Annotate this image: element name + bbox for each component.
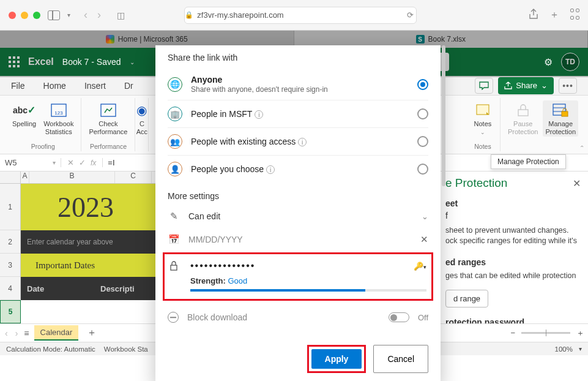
zoom-slider[interactable] [521, 332, 570, 334]
row-header[interactable]: 1 [0, 184, 21, 230]
info-icon[interactable]: i [255, 110, 263, 119]
share-option-choose[interactable]: 👤 People you choosei [155, 156, 441, 183]
chevron-down-icon: ⌄ [541, 81, 548, 90]
ribbon-tab-insert[interactable]: Insert [84, 81, 106, 91]
ribbon-group-label [541, 143, 543, 151]
expiry-date-input[interactable]: 📅 MM/DD/YYYY ✕ [155, 228, 441, 251]
shield-icon[interactable]: ◫ [117, 10, 125, 20]
close-window[interactable] [9, 12, 16, 19]
comments-button[interactable] [475, 78, 493, 94]
apply-button[interactable]: Apply [311, 349, 362, 369]
settings-icon[interactable]: ⚙ [544, 56, 553, 68]
ribbon-tab-file[interactable]: File [11, 81, 25, 91]
radio[interactable] [417, 164, 428, 175]
avatar[interactable]: TD [561, 53, 579, 71]
panel-description: ges that can be edited while protection [445, 271, 581, 281]
collapse-ribbon-icon[interactable]: ⌃ [579, 145, 584, 151]
accept-formula-icon[interactable]: ✓ [79, 158, 86, 167]
calendar-icon: 📅 [168, 234, 180, 245]
radio[interactable] [417, 136, 428, 147]
fx-icon[interactable]: fx [91, 159, 96, 167]
accessibility-button[interactable]: ◉ C Acc [135, 100, 149, 137]
clear-date-icon[interactable]: ✕ [420, 234, 428, 245]
info-icon[interactable]: i [266, 165, 275, 174]
password-input[interactable] [190, 260, 405, 271]
cancel-button[interactable]: Cancel [373, 345, 428, 373]
share-settings-dialog: Share the link with 🌐 Anyone Share with … [155, 45, 441, 381]
row-header[interactable]: 2 [0, 230, 21, 254]
address-bar[interactable]: 🔒 zf3vr-my.sharepoint.com ⟳ [184, 7, 417, 24]
panel-subtitle: eet [445, 198, 581, 208]
key-icon[interactable]: 🔑▾ [414, 262, 426, 271]
add-sheet-icon[interactable]: ＋ [83, 326, 100, 339]
minimize-window[interactable] [21, 12, 28, 19]
forward-button[interactable]: › [97, 9, 101, 21]
share-option-anyone[interactable]: 🌐 Anyone Share with anyone, doesn't requ… [155, 69, 441, 100]
document-name[interactable]: Book 7 - Saved [62, 57, 121, 67]
radio-checked[interactable] [417, 79, 428, 90]
sheet-tab-calendar[interactable]: Calendar [34, 325, 79, 341]
share-button[interactable]: Share ⌄ [498, 77, 554, 94]
back-button[interactable]: ‹ [84, 9, 87, 21]
stats-icon: 123 [49, 102, 69, 119]
prev-sheet-icon[interactable]: ‹ [4, 328, 9, 338]
manage-protection-button[interactable]: Manage Protection [543, 100, 578, 137]
scrollbar[interactable] [442, 45, 445, 186]
share-icon[interactable] [529, 9, 538, 21]
window-controls [9, 12, 40, 19]
row-header[interactable]: 3 [0, 254, 21, 277]
pause-protection-button: Pause Protection [505, 100, 541, 137]
password-section: 🔑▾ Strength: Good [163, 252, 433, 301]
reload-icon[interactable]: ⟳ [407, 10, 414, 20]
toggle-off[interactable] [389, 312, 409, 322]
app-launcher-icon[interactable] [9, 56, 20, 67]
chevron-down-icon[interactable]: ⌄ [130, 59, 135, 66]
strength-label: Strength: [190, 276, 226, 285]
performance-icon [99, 102, 118, 119]
more-button[interactable]: ••• [559, 78, 577, 94]
spelling-button[interactable]: abc✓ Spelling [10, 100, 39, 129]
zoom-out-icon[interactable]: − [510, 328, 515, 338]
name-box[interactable]: W5 ▾ [0, 158, 61, 167]
select-all-corner[interactable] [0, 172, 21, 183]
lock-icon: 🔒 [185, 11, 193, 19]
ribbon-group-label: Performance [90, 143, 127, 151]
zoom-in-icon[interactable]: ＋ [576, 328, 584, 339]
workbook-stats-button[interactable]: 123 Workbook Statistics [41, 100, 76, 137]
chevron-down-icon: ▾ [53, 159, 56, 166]
share-option-msft[interactable]: 🏢 People in MSFTi [155, 100, 441, 127]
ribbon-tab-home[interactable]: Home [43, 81, 66, 91]
block-download-toggle[interactable]: Block download Off [155, 304, 441, 330]
chevron-down-icon[interactable]: ▾ [579, 345, 582, 352]
formula-input[interactable]: =I [103, 158, 119, 167]
manage-protection-icon [551, 102, 570, 119]
app-name: Excel [28, 56, 54, 67]
add-range-button[interactable]: d range [445, 290, 488, 307]
chevron-down-icon[interactable]: ▾ [67, 12, 70, 18]
close-panel-icon[interactable]: ✕ [573, 178, 581, 189]
share-section-title: Share the link with [155, 50, 441, 69]
maximize-window[interactable] [33, 12, 40, 19]
column-header[interactable]: C [115, 172, 152, 183]
permission-dropdown[interactable]: ✎ Can edit ⌄ [155, 205, 441, 228]
people-icon: 👥 [168, 134, 182, 149]
all-sheets-icon[interactable]: ≡ [24, 328, 29, 338]
protection-panel: e Protection ✕ eet f sheet to prevent un… [437, 172, 588, 323]
row-header[interactable]: 5 [0, 300, 21, 323]
row-header[interactable]: 4 [0, 277, 21, 300]
cancel-formula-icon[interactable]: ✕ [67, 158, 74, 167]
new-tab-icon[interactable]: ＋ [549, 9, 559, 21]
next-sheet-icon[interactable]: › [14, 328, 20, 338]
ribbon-group-label: Proofing [31, 143, 55, 151]
info-icon[interactable]: i [298, 138, 307, 146]
ribbon-group-label: Notes [474, 143, 491, 151]
notes-button[interactable]: Notes ⌄ [471, 100, 495, 137]
share-option-existing[interactable]: 👥 People with existing accessi [155, 128, 441, 155]
sidebar-toggle-icon[interactable] [48, 10, 60, 20]
ribbon-tab-draw[interactable]: Dr [124, 81, 133, 91]
check-performance-button[interactable]: Check Performance [86, 100, 130, 137]
column-header[interactable]: A [21, 172, 29, 183]
tab-overview-icon[interactable] [570, 9, 579, 21]
column-header[interactable]: B [29, 172, 115, 183]
radio[interactable] [417, 108, 428, 119]
